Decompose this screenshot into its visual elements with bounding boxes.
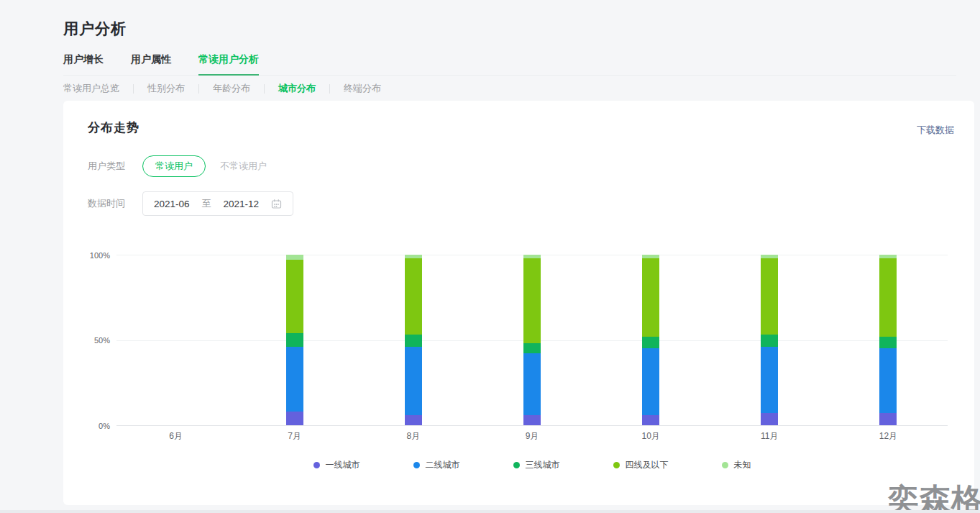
bar-segment-二线城市[interactable] xyxy=(405,347,422,415)
calendar-icon[interactable] xyxy=(271,199,282,209)
bar-segment-三线城市[interactable] xyxy=(761,335,778,347)
subtab-4[interactable]: 终端分布 xyxy=(344,82,381,95)
bar-segment-一线城市[interactable] xyxy=(642,415,659,425)
y-axis-tick: 0% xyxy=(99,422,110,430)
bar-segment-二线城市[interactable] xyxy=(286,347,303,412)
bar-segment-一线城市[interactable] xyxy=(523,415,541,425)
distribution-card: 分布走势 下载数据 用户类型 常读用户 不常读用户 数据时间 2021-06 至… xyxy=(63,101,974,505)
chart-legend: 一线城市二线城市三线城市四线及以下未知 xyxy=(116,459,948,471)
date-range-label: 数据时间 xyxy=(88,197,142,210)
date-range-picker[interactable]: 2021-06 至 2021-12 xyxy=(142,191,293,216)
bar-8月[interactable] xyxy=(405,255,422,425)
subtab-separator xyxy=(198,84,199,94)
download-data-link[interactable]: 下载数据 xyxy=(917,124,954,137)
tab-1[interactable]: 用户属性 xyxy=(131,53,171,75)
bar-segment-三线城市[interactable] xyxy=(286,333,303,347)
tab-2[interactable]: 常读用户分析 xyxy=(198,53,259,76)
bar-segment-二线城市[interactable] xyxy=(879,348,897,413)
legend-item-2[interactable]: 三线城市 xyxy=(513,459,560,471)
legend-item-3[interactable]: 四线及以下 xyxy=(613,459,669,471)
bar-segment-四线及以下[interactable] xyxy=(523,258,541,344)
bar-segment-三线城市[interactable] xyxy=(642,337,659,349)
bar-segment-一线城市[interactable] xyxy=(879,413,897,425)
date-filter-row: 数据时间 2021-06 至 2021-12 xyxy=(88,192,293,215)
bar-segment-二线城市[interactable] xyxy=(642,348,659,414)
legend-dot-icon xyxy=(313,462,320,468)
date-separator: 至 xyxy=(202,197,211,210)
subtab-separator xyxy=(264,84,265,94)
legend-dot-icon xyxy=(413,462,420,468)
legend-label: 四线及以下 xyxy=(626,459,669,471)
bar-segment-四线及以下[interactable] xyxy=(286,260,303,333)
card-title: 分布走势 xyxy=(88,119,139,136)
x-axis-tick: 11月 xyxy=(744,430,794,442)
header: 用户分析 用户增长用户属性常读用户分析 常读用户总览性别分布年龄分布城市分布终端… xyxy=(63,0,956,95)
x-axis-tick: 6月 xyxy=(151,430,201,442)
page-title: 用户分析 xyxy=(63,19,956,39)
bottom-strip xyxy=(0,510,980,513)
date-end-value[interactable]: 2021-12 xyxy=(224,199,260,209)
subtab-1[interactable]: 性别分布 xyxy=(147,82,185,95)
subtab-3[interactable]: 城市分布 xyxy=(278,82,316,95)
bar-segment-一线城市[interactable] xyxy=(405,415,422,425)
sub-tabs: 常读用户总览性别分布年龄分布城市分布终端分布 xyxy=(63,82,956,95)
bar-segment-四线及以下[interactable] xyxy=(405,258,422,335)
bar-segment-未知[interactable] xyxy=(286,255,303,260)
x-axis-tick: 7月 xyxy=(270,430,320,442)
legend-label: 三线城市 xyxy=(526,459,560,471)
main-tabs: 用户增长用户属性常读用户分析 xyxy=(63,53,956,76)
legend-label: 一线城市 xyxy=(326,459,360,471)
legend-dot-icon xyxy=(613,462,620,468)
bar-segment-三线城市[interactable] xyxy=(405,335,422,347)
x-axis-tick: 8月 xyxy=(388,430,439,442)
subtab-separator xyxy=(133,84,134,94)
bar-segment-一线城市[interactable] xyxy=(761,413,778,425)
x-axis-tick: 12月 xyxy=(863,430,913,442)
legend-item-1[interactable]: 二线城市 xyxy=(413,459,460,471)
y-axis-tick: 100% xyxy=(90,251,110,260)
stacked-bar-chart: 0%50%100%6月7月8月9月10月11月12月 xyxy=(116,255,948,426)
bar-10月[interactable] xyxy=(642,255,659,425)
bar-segment-四线及以下[interactable] xyxy=(642,258,659,337)
bar-9月[interactable] xyxy=(523,255,541,425)
bar-segment-四线及以下[interactable] xyxy=(761,258,778,335)
user-type-filter-row: 用户类型 常读用户 不常读用户 xyxy=(88,156,267,176)
tab-0[interactable]: 用户增长 xyxy=(63,53,104,75)
user-type-label: 用户类型 xyxy=(88,160,142,173)
legend-label: 二线城市 xyxy=(426,459,460,471)
bar-segment-二线城市[interactable] xyxy=(523,353,541,414)
legend-item-0[interactable]: 一线城市 xyxy=(313,459,360,471)
gridline-0% xyxy=(116,425,948,426)
user-type-option-irregular[interactable]: 不常读用户 xyxy=(220,160,267,173)
bar-segment-一线城市[interactable] xyxy=(286,412,303,425)
bar-segment-二线城市[interactable] xyxy=(761,347,778,413)
bar-segment-三线城市[interactable] xyxy=(523,343,541,353)
bar-segment-四线及以下[interactable] xyxy=(879,258,897,337)
user-type-option-regular[interactable]: 常读用户 xyxy=(142,155,206,177)
legend-dot-icon xyxy=(513,462,520,468)
y-axis-tick: 50% xyxy=(94,336,110,345)
x-axis-tick: 10月 xyxy=(626,430,676,442)
legend-item-4[interactable]: 未知 xyxy=(722,459,751,471)
date-start-value[interactable]: 2021-06 xyxy=(154,199,190,209)
legend-dot-icon xyxy=(722,462,728,468)
legend-label: 未知 xyxy=(734,459,751,471)
bar-7月[interactable] xyxy=(286,255,303,425)
subtab-2[interactable]: 年龄分布 xyxy=(213,82,250,95)
bar-segment-三线城市[interactable] xyxy=(879,337,897,349)
bar-11月[interactable] xyxy=(761,255,778,425)
x-axis-tick: 9月 xyxy=(507,430,557,442)
subtab-separator xyxy=(329,84,330,94)
subtab-0[interactable]: 常读用户总览 xyxy=(63,82,119,95)
bar-12月[interactable] xyxy=(879,255,897,425)
